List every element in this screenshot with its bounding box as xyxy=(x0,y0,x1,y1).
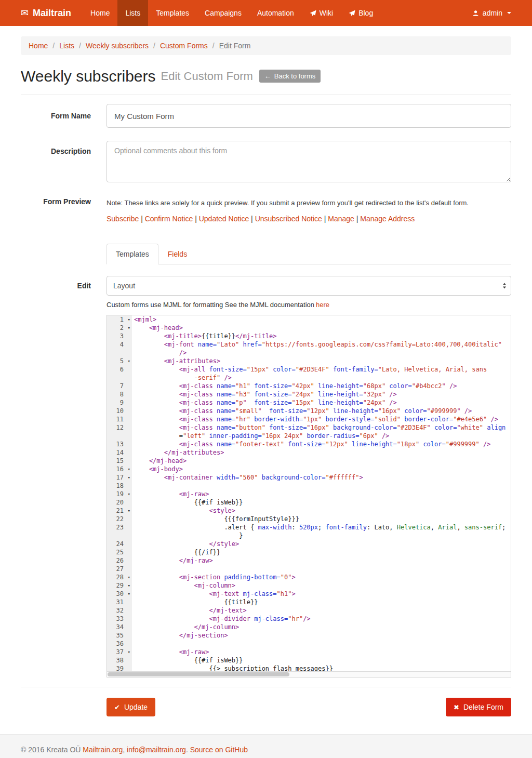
editor-line[interactable]: 33 <mj-divider mj-class="hr"/> xyxy=(107,615,511,623)
editor-code-text: </style> xyxy=(132,540,239,548)
tab-templates[interactable]: Templates xyxy=(107,244,158,264)
editor-line[interactable]: 28▾ <mj-section padding-bottom="0"> xyxy=(107,573,511,581)
editor-line[interactable]: 15 </mj-head> xyxy=(107,457,511,465)
editor-line[interactable]: 16▾ <mj-body> xyxy=(107,465,511,473)
editor-horizontal-scrollbar[interactable] xyxy=(107,671,511,677)
fold-arrow-icon[interactable]: ▾ xyxy=(128,590,130,598)
fold-arrow-icon[interactable]: ▾ xyxy=(128,315,130,324)
editor-line[interactable]: 11 <mj-class name="hr" border-width="1px… xyxy=(107,415,511,423)
editor-line[interactable]: 13 <mj-class name="footer-text" font-siz… xyxy=(107,440,511,448)
preview-link-manage[interactable]: Manage xyxy=(328,215,354,223)
mjml-docs-link[interactable]: here xyxy=(316,301,329,309)
editor-line-wrap[interactable]: ="left" inner-padding="16px 24px" border… xyxy=(107,432,511,440)
editor-gutter-cell: 32 xyxy=(107,606,132,615)
fold-arrow-icon[interactable]: ▾ xyxy=(128,581,130,590)
brand-label: Mailtrain xyxy=(33,8,71,19)
preview-link-manage-address[interactable]: Manage Address xyxy=(360,215,415,223)
breadcrumb-item-custom-forms[interactable]: Custom Forms xyxy=(160,42,208,50)
fold-arrow-icon[interactable]: ▾ xyxy=(128,357,130,365)
nav-item-lists[interactable]: Lists xyxy=(117,0,148,26)
line-number: 28 xyxy=(116,574,124,581)
editor-line[interactable]: 24 </style> xyxy=(107,540,511,548)
editor-line[interactable]: 31 {{title}} xyxy=(107,598,511,606)
editor-gutter-cell: 16▾ xyxy=(107,465,132,473)
footer-link-info-mailtrain-org[interactable]: info@mailtrain.org xyxy=(127,746,186,754)
edit-form-select[interactable]: Layout xyxy=(107,276,511,296)
nav-item-wiki[interactable]: Wiki xyxy=(302,0,341,26)
nav-item-blog[interactable]: Blog xyxy=(341,0,381,26)
editor-line[interactable]: 27 xyxy=(107,565,511,573)
back-to-forms-button[interactable]: ← Back to forms xyxy=(259,70,321,83)
fold-arrow-icon[interactable]: ▾ xyxy=(128,465,130,473)
editor-line[interactable]: 29▾ <mj-column> xyxy=(107,581,511,590)
editor-code-text: <mj-section padding-bottom="0"> xyxy=(132,573,296,581)
update-button[interactable]: ✔ Update xyxy=(107,698,155,716)
description-textarea[interactable] xyxy=(107,141,511,182)
editor-line[interactable]: 9 <mj-class name="p" font-size="15px" li… xyxy=(107,398,511,407)
link-separator: | xyxy=(193,215,198,223)
editor-line[interactable]: 20 {{#if isWeb}} xyxy=(107,498,511,507)
editor-line[interactable]: 10 <mj-class name="small" font-size="12p… xyxy=(107,407,511,415)
fold-arrow-icon[interactable]: ▾ xyxy=(128,490,130,498)
editor-code-text: <mj-class name="h3" font-size="24px" lin… xyxy=(132,390,397,398)
editor-line[interactable]: 26 </mj-raw> xyxy=(107,556,511,565)
editor-line[interactable]: 6 <mj-all font-size="15px" color="#2D3E4… xyxy=(107,365,511,374)
editor-line[interactable]: 23 .alert { max-width: 520px; font-famil… xyxy=(107,523,511,531)
editor-line[interactable]: 8 <mj-class name="h3" font-size="24px" l… xyxy=(107,390,511,398)
editor-line[interactable]: 25 {{/if}} xyxy=(107,548,511,556)
editor-line[interactable]: 3 <mj-title>{{title}}</mj-title> xyxy=(107,332,511,340)
breadcrumb-item-home[interactable]: Home xyxy=(29,42,48,50)
editor-code-text: <mj-all font-size="15px" color="#2D3E4F"… xyxy=(132,365,487,374)
editor-line-wrap[interactable]: /> xyxy=(107,349,511,357)
editor-line[interactable]: 2▾ <mj-head> xyxy=(107,324,511,332)
editor-line[interactable]: 17▾ <mj-container width="560" background… xyxy=(107,473,511,482)
nav-item-templates[interactable]: Templates xyxy=(148,0,197,26)
breadcrumb-item-lists[interactable]: Lists xyxy=(59,42,74,50)
breadcrumb-item-weekly-subscribers[interactable]: Weekly subscribers xyxy=(86,42,149,50)
editor-line[interactable]: 30▾ <mj-text mj-class="h1"> xyxy=(107,590,511,598)
code-editor[interactable]: 1▾<mjml>2▾ <mj-head>3 <mj-title>{{title}… xyxy=(107,315,511,677)
fold-arrow-icon[interactable]: ▾ xyxy=(128,473,130,482)
editor-line[interactable]: 19▾ <mj-raw> xyxy=(107,490,511,498)
editor-line[interactable]: 22 {{{formInputStyle}}} xyxy=(107,515,511,523)
line-number: 36 xyxy=(116,640,124,647)
editor-line[interactable]: 7 <mj-class name="h1" font-size="42px" l… xyxy=(107,382,511,390)
editor-line[interactable]: 14 </mj-attributes> xyxy=(107,448,511,457)
editor-line[interactable]: 4 <mj-font name="Lato" href="https://fon… xyxy=(107,340,511,349)
editor-line[interactable]: 21▾ <style> xyxy=(107,507,511,515)
preview-link-confirm-notice[interactable]: Confirm Notice xyxy=(145,215,193,223)
editor-line[interactable]: 18 xyxy=(107,482,511,490)
fold-arrow-icon[interactable]: ▾ xyxy=(128,573,130,581)
footer-link-source-on-github[interactable]: Source on GitHub xyxy=(190,746,248,754)
editor-gutter-cell: 8 xyxy=(107,390,132,398)
nav-item-label: Automation xyxy=(257,9,294,17)
fold-arrow-icon[interactable]: ▾ xyxy=(128,507,130,515)
editor-line-wrap[interactable]: -serif" /> xyxy=(107,374,511,382)
editor-line[interactable]: 36 xyxy=(107,640,511,648)
brand-link[interactable]: ✉ Mailtrain xyxy=(21,0,71,26)
form-name-input[interactable] xyxy=(107,104,511,128)
editor-line[interactable]: 38 {{#if isWeb}} xyxy=(107,656,511,664)
editor-line[interactable]: 12 <mj-class name="button" font-size="16… xyxy=(107,423,511,432)
tab-fields[interactable]: Fields xyxy=(158,244,196,264)
editor-line[interactable]: 32 </mj-text> xyxy=(107,606,511,615)
preview-link-unsubscribed-notice[interactable]: Unsubscribed Notice xyxy=(255,215,322,223)
delete-form-button[interactable]: ✖ Delete Form xyxy=(446,698,511,716)
editor-line[interactable]: 35 </mj-section> xyxy=(107,631,511,640)
nav-item-home[interactable]: Home xyxy=(83,0,117,26)
editor-line[interactable]: 37▾ <mj-raw> xyxy=(107,648,511,656)
editor-line-wrap[interactable]: } xyxy=(107,531,511,540)
nav-item-automation[interactable]: Automation xyxy=(249,0,302,26)
fold-arrow-icon[interactable]: ▾ xyxy=(128,324,130,332)
editor-line[interactable]: 34 </mj-column> xyxy=(107,623,511,631)
user-menu[interactable]: admin xyxy=(472,0,511,26)
preview-link-updated-notice[interactable]: Updated Notice xyxy=(199,215,249,223)
nav-item-campaigns[interactable]: Campaigns xyxy=(197,0,249,26)
editor-line[interactable]: 5▾ <mj-attributes> xyxy=(107,357,511,365)
preview-link-subscribe[interactable]: Subscribe xyxy=(107,215,139,223)
editor-code-text: <mj-title>{{title}}</mj-title> xyxy=(132,332,277,340)
footer-link-mailtrain-org[interactable]: Mailtrain.org xyxy=(83,746,123,754)
editor-line[interactable]: 1▾<mjml> xyxy=(107,315,511,324)
editor-scrollbar-thumb[interactable] xyxy=(108,672,289,676)
fold-arrow-icon[interactable]: ▾ xyxy=(128,648,130,656)
